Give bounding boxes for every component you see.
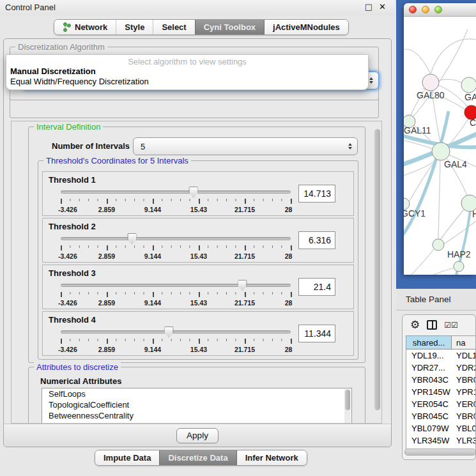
tab-cyni-toolbox[interactable]: Cyni Toolbox bbox=[195, 20, 264, 35]
minimize-button[interactable] bbox=[422, 6, 429, 13]
slider-scale-label: 2.859 bbox=[98, 206, 115, 213]
slider-scale: -3.4262.8599.14415.4321.71528 bbox=[61, 252, 291, 260]
tab-style[interactable]: Style bbox=[116, 20, 153, 35]
apply-strip: Apply bbox=[4, 424, 391, 447]
tab-jactivemnodules[interactable]: jActiveMNodules bbox=[264, 20, 348, 35]
table-row[interactable]: YDL19...YDL1 bbox=[406, 349, 476, 362]
close-button[interactable] bbox=[409, 6, 417, 13]
horizontal-scrollbar[interactable] bbox=[404, 449, 476, 456]
scrollbar-thumb[interactable] bbox=[404, 449, 476, 456]
threshold-4-value-input[interactable]: 11.344 bbox=[298, 325, 335, 342]
slider-ticks bbox=[61, 199, 291, 204]
table-rows: YDL19...YDL1YDR27...YDR2YBR043CYBR0YPR14… bbox=[406, 349, 476, 451]
network-window-titlebar[interactable] bbox=[404, 3, 476, 17]
threshold-4-panel: Threshold 4 -3.4262.8599.14415.4321.7152… bbox=[42, 311, 354, 356]
threshold-3-value-input[interactable]: 21.4 bbox=[298, 278, 335, 296]
table-cell: YDR27... bbox=[406, 363, 452, 372]
threshold-2-value-input[interactable]: 6.316 bbox=[298, 231, 335, 249]
list-item[interactable]: TopologicalCoefficient bbox=[42, 399, 351, 410]
network-edge bbox=[404, 268, 454, 275]
slider-thumb[interactable] bbox=[188, 187, 198, 197]
table-cell: YBR0 bbox=[452, 411, 476, 421]
slider-scale-label: 9.144 bbox=[144, 206, 161, 213]
network-node-label: GCY1 bbox=[404, 208, 426, 219]
network-node[interactable] bbox=[422, 74, 439, 91]
close-icon[interactable]: ✕ bbox=[379, 2, 386, 12]
threshold-2-slider[interactable]: -3.4262.8599.14415.4321.71528 bbox=[61, 234, 291, 261]
split-view-icon[interactable] bbox=[427, 320, 437, 330]
control-panel-tabs: Network Style Select Cyni Toolbox jActiv… bbox=[54, 19, 349, 35]
app-window: Control Panel □ ✕ Network Style Select C… bbox=[0, 0, 476, 476]
zoom-button[interactable] bbox=[434, 6, 442, 13]
network-view[interactable]: GAL80GACGAL11GAL4GCY1HHAP2 bbox=[404, 17, 476, 275]
settings-scroll-region: Interval Definition Number of Intervals … bbox=[11, 121, 382, 424]
gear-icon[interactable]: ⚙ bbox=[410, 319, 420, 330]
table-row[interactable]: YBL079WYBL0 bbox=[406, 422, 476, 434]
network-node-label: C bbox=[470, 118, 476, 128]
control-panel-titlebar: Control Panel □ ✕ bbox=[0, 0, 395, 15]
table-row[interactable]: YDR27...YDR2 bbox=[406, 362, 476, 374]
network-edge bbox=[431, 39, 476, 74]
network-node[interactable] bbox=[432, 142, 450, 160]
slider-track[interactable] bbox=[61, 190, 291, 194]
slider-track[interactable] bbox=[61, 330, 291, 334]
tab-network[interactable]: Network bbox=[54, 20, 116, 35]
vertical-scrollbar[interactable] bbox=[374, 129, 380, 410]
network-node-label: H bbox=[472, 209, 476, 219]
table-panel-header: Table Panel bbox=[396, 289, 476, 311]
tab-infer-network[interactable]: Infer Network bbox=[236, 450, 307, 465]
threshold-1-value-input[interactable]: 14.713 bbox=[298, 185, 335, 203]
group-title: Discretization Algorithm bbox=[15, 42, 107, 52]
cyni-toolbox-panel: Discretization Algorithm Select algorith… bbox=[3, 38, 392, 447]
threshold-1-slider[interactable]: -3.4262.8599.14415.4321.71528 bbox=[61, 188, 291, 215]
dropdown-option-manual-discretization[interactable]: Manual Discretization bbox=[6, 66, 368, 77]
slider-track[interactable] bbox=[61, 284, 291, 287]
dropdown-option-equal-width[interactable]: Equal Width/Frequency Discretization bbox=[6, 77, 368, 87]
slider-thumb[interactable] bbox=[127, 233, 137, 244]
table-row[interactable]: YBR043CYBR0 bbox=[406, 374, 476, 386]
network-node[interactable] bbox=[433, 239, 444, 250]
table-row[interactable]: YPR145WYPR1 bbox=[406, 386, 476, 398]
column-header-name[interactable]: na bbox=[452, 336, 476, 349]
table-row[interactable]: YLR345WYLR3 bbox=[406, 434, 476, 447]
slider-scale-label: 2.859 bbox=[98, 299, 115, 307]
table-cell: YPR1 bbox=[452, 387, 476, 397]
table-panel-title: Table Panel bbox=[406, 295, 451, 304]
slider-scale-label: 21.715 bbox=[234, 299, 255, 307]
tab-discretize-data[interactable]: Discretize Data bbox=[159, 450, 236, 465]
slider-scale-label: -3.426 bbox=[58, 346, 77, 353]
number-of-intervals-label: Number of Intervals bbox=[52, 141, 130, 151]
apply-button[interactable]: Apply bbox=[176, 428, 219, 443]
tab-select[interactable]: Select bbox=[153, 20, 194, 35]
network-node[interactable] bbox=[461, 77, 476, 93]
network-node[interactable] bbox=[454, 261, 464, 272]
list-item[interactable]: SelfLoops bbox=[42, 388, 351, 399]
slider-ticks bbox=[61, 245, 291, 251]
slider-thumb[interactable] bbox=[164, 326, 174, 337]
tab-impute-data[interactable]: Impute Data bbox=[95, 450, 159, 465]
number-of-intervals-combobox[interactable]: 5 bbox=[133, 137, 358, 155]
table-panel: ⚙ ☑☑ shared... na YDL19...YDL1YDR27...YD… bbox=[402, 314, 476, 460]
numerical-attributes-list: SelfLoops TopologicalCoefficient Between… bbox=[42, 388, 352, 424]
network-node-label: GAL4 bbox=[444, 159, 467, 169]
cyni-mode-tabs: Impute Data Discretize Data Infer Networ… bbox=[95, 450, 307, 466]
table-header-row: shared... na bbox=[406, 336, 476, 349]
table-row[interactable]: YER054CYER0 bbox=[406, 398, 476, 410]
slider-thumb[interactable] bbox=[238, 280, 247, 291]
table-row[interactable]: YBR045CYBR0 bbox=[406, 410, 476, 422]
select-columns-icon[interactable]: ☑☑ bbox=[444, 321, 458, 330]
threshold-4-slider[interactable]: -3.4262.8599.14415.4321.71528 bbox=[61, 328, 291, 355]
numerical-attributes-label: Numerical Attributes bbox=[40, 376, 121, 386]
slider-track[interactable] bbox=[61, 237, 291, 240]
network-node-label: GAL80 bbox=[417, 90, 445, 100]
list-scrollbar[interactable] bbox=[344, 389, 351, 424]
scrollbar-thumb[interactable] bbox=[345, 390, 350, 410]
threshold-label: Threshold 3 bbox=[49, 268, 96, 278]
column-header-shared-name[interactable]: shared... bbox=[406, 336, 452, 349]
slider-scale: -3.4262.8599.14415.4321.71528 bbox=[61, 346, 291, 353]
list-item[interactable]: BetweennessCentrality bbox=[42, 410, 351, 421]
table-cell: YBR0 bbox=[452, 375, 476, 385]
float-icon[interactable]: □ bbox=[365, 2, 372, 12]
network-edge bbox=[404, 49, 431, 74]
threshold-3-slider[interactable]: -3.4262.8599.14415.4321.71528 bbox=[61, 281, 291, 308]
